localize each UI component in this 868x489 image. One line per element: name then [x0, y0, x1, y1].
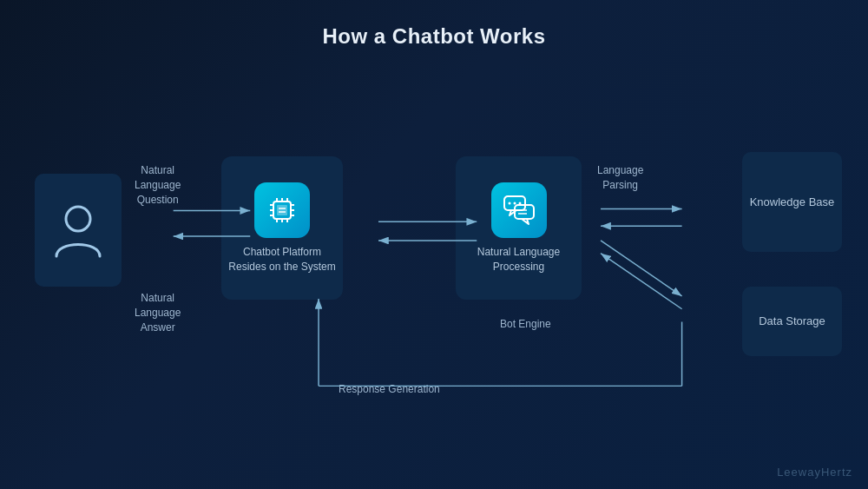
- user-box: [35, 174, 122, 287]
- nlp-box: Natural Language Processing: [456, 156, 582, 300]
- svg-point-23: [518, 202, 521, 204]
- page-title: How a Chatbot Works: [0, 0, 868, 49]
- user-icon: [52, 200, 104, 261]
- chatbot-platform-icon: [254, 182, 310, 238]
- svg-line-33: [601, 254, 682, 309]
- bot-engine-label: Bot Engine: [500, 317, 551, 332]
- chatbot-platform-label: Chatbot Platform Resides on the System: [221, 245, 343, 274]
- svg-point-22: [513, 202, 516, 204]
- svg-line-32: [601, 241, 682, 296]
- data-storage-box: Data Storage: [742, 287, 842, 356]
- knowledge-base-box: Knowledge Base: [742, 152, 842, 252]
- svg-point-0: [66, 207, 90, 231]
- svg-rect-2: [277, 205, 287, 215]
- natural-language-question-label: NaturalLanguageQuestion: [135, 163, 181, 207]
- nlp-icon: [491, 182, 547, 238]
- data-storage-label: Data Storage: [759, 313, 825, 330]
- knowledge-base-label: Knowledge Base: [750, 194, 835, 211]
- arrows-svg: [0, 69, 868, 463]
- language-parsing-label: LanguageParsing: [597, 163, 643, 193]
- natural-language-answer-label: NaturalLanguageAnswer: [135, 291, 181, 334]
- svg-point-21: [508, 202, 510, 204]
- response-generation-label: Response Generation: [339, 382, 440, 397]
- watermark: LeewayHertz: [777, 466, 852, 479]
- chatbot-platform-box: Chatbot Platform Resides on the System: [221, 156, 343, 300]
- nlp-label: Natural Language Processing: [456, 245, 582, 274]
